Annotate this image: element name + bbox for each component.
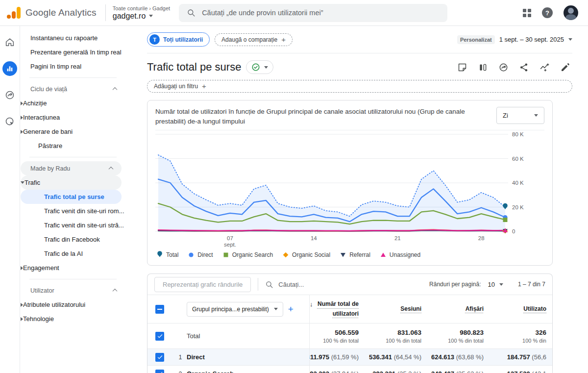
- legend-marker-icon: [156, 251, 163, 258]
- sidebar-item-trafic-venit-din-site-uri-rom[interactable]: Trafic venit din site-uri rom...: [21, 204, 125, 218]
- sidebar-item-label: Engagement: [23, 264, 59, 272]
- help-button[interactable]: ?: [542, 7, 553, 18]
- add-note-button[interactable]: [457, 62, 467, 73]
- add-dimension-button[interactable]: +: [288, 304, 294, 315]
- note-icon: [457, 62, 467, 73]
- rail-home-button[interactable]: [2, 35, 17, 50]
- row-checkbox[interactable]: [155, 332, 164, 341]
- audience-chip-all-users[interactable]: T Toți utilizatorii: [147, 32, 210, 47]
- edit-button[interactable]: [560, 62, 570, 73]
- sidebar-item-trafic-venit-din-site-uri-str[interactable]: Trafic venit din site-uri stră...: [21, 218, 125, 232]
- rail-reports-button[interactable]: [2, 61, 17, 76]
- audience-chip-label: Toți utilizatorii: [163, 36, 203, 43]
- sidebar-item-atributele-utilizatorului[interactable]: Atributele utilizatorului: [21, 298, 125, 312]
- table-header-row: Grupul principa...e prestabilit) + ↓Numă…: [147, 295, 552, 323]
- sidebar-divider: [29, 279, 117, 279]
- apps-grid-button[interactable]: [523, 9, 531, 17]
- plot-rows-button[interactable]: Reprezentați grafic rândurile: [154, 277, 251, 292]
- sidebar-item-pagini-n-timp-real[interactable]: Pagini în timp real: [21, 59, 125, 74]
- sidebar-item-label: Prezentare generală în timp real: [30, 49, 122, 56]
- total-metric-cell: 326100 % din: [490, 323, 552, 348]
- rows-per-page-select[interactable]: 10: [488, 281, 503, 288]
- table-row-direct[interactable]: 1Direct311.975 (61,59 %)536.341 (64,54 %…: [147, 348, 552, 365]
- column-header-label: Sesiuni: [400, 304, 421, 314]
- sparkline-icon: [539, 62, 550, 73]
- check-icon: [157, 333, 163, 339]
- share-button[interactable]: [519, 62, 529, 73]
- chevron-up-icon: [113, 289, 118, 294]
- row-index: 2: [174, 371, 187, 373]
- sidebar-item-label: Trafic de la AI: [44, 250, 83, 257]
- chevron-down-icon: [568, 38, 572, 41]
- table-search-input[interactable]: Căutați...: [265, 280, 429, 289]
- table-row-organic-search[interactable]: 2Organic Search192.203 (37,94 %)293.331 …: [147, 365, 552, 373]
- column-header-afișări[interactable]: Afișări: [427, 295, 490, 323]
- sidebar-item-trafic[interactable]: Trafic: [21, 175, 122, 190]
- rail-explore-button[interactable]: [2, 88, 17, 102]
- explore-icon: [4, 90, 15, 100]
- sidebar-item-trafic-total-pe-surse[interactable]: Trafic total pe surse: [21, 190, 122, 204]
- svg-text:80 K: 80 K: [512, 131, 524, 137]
- legend-label: Referral: [349, 251, 370, 258]
- legend-item-unassigned[interactable]: Unassigned: [380, 251, 420, 258]
- dimension-dropdown[interactable]: Grupul principa...e prestabilit): [187, 302, 283, 317]
- select-all-checkbox[interactable]: [155, 305, 164, 314]
- sidebar-item-instantaneu-cu-rapoarte[interactable]: Instantaneu cu rapoarte: [21, 31, 125, 45]
- chevron-down-icon: [264, 66, 268, 69]
- chart-card: Număr total de utilizatori în funcție de…: [147, 100, 553, 266]
- rail-advertising-button[interactable]: [2, 114, 17, 129]
- sidebar-item-tehnologie[interactable]: Tehnologie: [21, 312, 125, 326]
- interval-select[interactable]: Zi: [496, 107, 544, 124]
- sidebar-item-prezentare-general-n-timp-real[interactable]: Prezentare generală în timp real: [21, 45, 125, 59]
- legend-item-referral[interactable]: Referral: [340, 251, 370, 258]
- column-header-număr-total-de-utilizatori[interactable]: ↓Număr total de utilizatori: [309, 295, 365, 323]
- data-table-card: Reprezentați grafic rândurile Căutați...…: [147, 274, 553, 373]
- date-range-picker[interactable]: Personalizat 1 sept. – 30 sept. 2025: [457, 35, 572, 44]
- legend-item-direct[interactable]: Direct: [188, 251, 213, 258]
- sidebar-item-generare-de-bani[interactable]: Generare de bani: [21, 124, 125, 139]
- row-checkbox[interactable]: [155, 353, 164, 362]
- svg-text:07: 07: [227, 235, 233, 241]
- sidebar-item-made-by-radu[interactable]: Made by Radu: [21, 161, 122, 175]
- sidebar-item-p-strare[interactable]: Păstrare: [21, 139, 125, 153]
- rows-per-page-value: 10: [488, 281, 494, 288]
- column-header-utilizato[interactable]: Utilizato: [490, 295, 552, 323]
- svg-text:40 K: 40 K: [512, 180, 524, 186]
- sidebar-item-engagement[interactable]: Engagement: [21, 261, 125, 275]
- property-name: gadget.ro: [113, 12, 146, 21]
- sparkline-insights-button[interactable]: [539, 62, 550, 73]
- sidebar-item-label: Generare de bani: [23, 128, 73, 135]
- account-avatar[interactable]: [564, 5, 578, 20]
- add-comparison-chip[interactable]: Adaugă o comparație +: [215, 33, 293, 46]
- insights-button[interactable]: [498, 62, 509, 73]
- add-filter-label: Adăugați un filtru: [154, 83, 198, 90]
- sidebar-item-utilizator[interactable]: Utilizator: [21, 283, 125, 298]
- legend-marker-icon: [188, 251, 195, 258]
- nav-rail: [0, 26, 20, 373]
- legend-marker-icon: [222, 251, 229, 258]
- svg-text:20 K: 20 K: [512, 204, 524, 210]
- compare-reports-button[interactable]: [478, 62, 488, 73]
- legend-item-organic-social[interactable]: Organic Social: [282, 251, 330, 258]
- report-status-dropdown[interactable]: [246, 60, 273, 74]
- audience-avatar: T: [149, 34, 160, 45]
- total-metric-cell: 506.559100 % din total: [309, 323, 365, 348]
- sidebar-item-ciclu-de-via[interactable]: Ciclu de viață: [21, 82, 125, 96]
- account-switcher[interactable]: Toate conturile › Gadget gadget.ro: [113, 5, 170, 21]
- sidebar-item-trafic-din-facebook[interactable]: Trafic din Facebook: [21, 232, 125, 247]
- column-header-sesiuni[interactable]: Sesiuni: [365, 295, 427, 323]
- global-search-input[interactable]: Căutați „de unde provin utilizatorii mei…: [179, 4, 447, 22]
- row-checkbox[interactable]: [155, 370, 164, 373]
- segment-bar: T Toți utilizatorii Adaugă o comparație …: [147, 32, 572, 53]
- home-icon: [4, 37, 15, 48]
- sidebar-item-interac-iunea[interactable]: Interacțiunea: [21, 110, 125, 124]
- sidebar-item-label: Made by Radu: [30, 165, 70, 172]
- avatar: [564, 5, 578, 20]
- legend-item-total[interactable]: Total: [156, 251, 178, 258]
- legend-item-organic-search[interactable]: Organic Search: [222, 251, 273, 258]
- sidebar-item-trafic-de-la-ai[interactable]: Trafic de la AI: [21, 247, 125, 261]
- sidebar-item-achizi-ie[interactable]: Achiziție: [21, 96, 125, 110]
- sidebar-item-label: Tehnologie: [23, 315, 54, 323]
- add-filter-chip[interactable]: Adăugați un filtru +: [147, 80, 572, 93]
- ga-home-link[interactable]: Google Analytics: [0, 7, 103, 19]
